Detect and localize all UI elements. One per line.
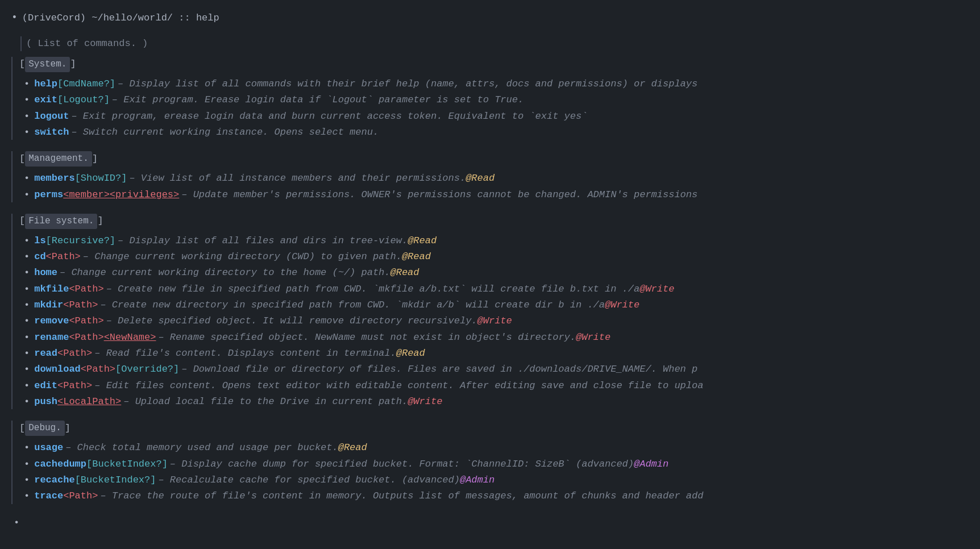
cmd-desc-mkdir: – Create new directory in specified path…: [100, 298, 605, 313]
param-square: [Logout?]: [57, 93, 110, 107]
prompt-close-paren: ): [80, 13, 86, 23]
bracket-open: [: [19, 57, 25, 72]
cmd-desc-push: – Upload local file to the Drive in curr…: [123, 394, 408, 409]
param-angle: <Path>: [57, 379, 92, 393]
cmd-desc-logout: – Exit program, erease login data and bu…: [71, 109, 587, 124]
cmd-desc-edit: – Edit files content. Opens text editor …: [94, 379, 703, 393]
cmd-item-remove: •remove <Path> – Delete specified object…: [24, 314, 969, 328]
section-header-filesystem: [ File system. ]: [19, 214, 103, 229]
section-label-system: System.: [25, 57, 70, 72]
sections-container: [ System. ]•help [CmdName?] – Display li…: [11, 57, 969, 504]
cmd-name-rename: rename: [34, 330, 69, 345]
param-square: [Recursive?]: [46, 234, 115, 248]
cmd-desc-remove: – Delete specified object. It will remov…: [106, 314, 477, 328]
cmd-list-debug: •usage – Check total memory used and usa…: [19, 440, 969, 504]
li-bullet: •: [24, 188, 30, 202]
bracket-close: ]: [97, 214, 103, 228]
cmd-list-filesystem: •ls [Recursive?] – Display list of all f…: [19, 234, 969, 410]
section-debug: [ Debug. ]•usage – Check total memory us…: [11, 421, 969, 504]
perm-badge: @Admin: [634, 457, 668, 472]
cmd-list-system: •help [CmdName?] – Display list of all c…: [19, 77, 969, 140]
cmd-item-exit: •exit [Logout?] – Exit program. Erease l…: [24, 93, 969, 107]
section-header-system: [ System. ]: [19, 57, 76, 72]
footer-bullet: •: [14, 515, 969, 530]
bracket-close: ]: [65, 421, 70, 436]
li-bullet: •: [24, 298, 30, 313]
cmd-desc-mkfile: – Create new file in specified path from…: [106, 282, 640, 297]
cmd-desc-members: – View list of all instance members and …: [129, 171, 466, 186]
cmd-name-home: home: [34, 265, 57, 280]
cmd-name-recache: recache: [34, 473, 74, 488]
section-label-management: Management.: [25, 151, 92, 167]
cmd-name-usage: usage: [34, 440, 63, 455]
li-bullet: •: [24, 489, 30, 504]
param-angle: <Path>: [46, 249, 81, 264]
cmd-item-cachedump: •cachedump [BucketIndex?] – Display cach…: [24, 457, 969, 472]
bracket-open: [: [19, 214, 25, 228]
bracket-close: ]: [70, 57, 76, 72]
cmd-name-help: help: [34, 77, 57, 92]
perm-badge: @Read: [391, 265, 420, 280]
cmd-item-logout: •logout – Exit program, erease login dat…: [24, 109, 969, 124]
perm-badge: @Admin: [460, 473, 495, 488]
bracket-open: [: [19, 152, 25, 167]
cmd-name-trace: trace: [34, 489, 63, 504]
cmd-item-members: •members [ShowID?] – View list of all in…: [24, 171, 969, 186]
li-bullet: •: [24, 394, 30, 409]
perm-badge: @Write: [576, 330, 611, 345]
section-system: [ System. ]•help [CmdName?] – Display li…: [11, 57, 969, 140]
param-square: [BucketIndex?]: [75, 473, 156, 488]
cmd-desc-trace: – Trace the route of file's content in m…: [100, 489, 703, 504]
cmd-item-help: •help [CmdName?] – Display list of all c…: [24, 77, 969, 92]
param-angle: <Path>: [57, 346, 92, 361]
prompt-app-name: DriveCord: [28, 13, 80, 23]
param-square: [CmdName?]: [57, 77, 115, 92]
section-header-management: [ Management. ]: [19, 151, 98, 167]
cmd-name-edit: edit: [34, 379, 57, 393]
prompt-open-paren: (: [22, 13, 28, 23]
cmd-item-perms: •perms <member> <privileges> – Update me…: [24, 188, 969, 202]
cmd-desc-usage: – Check total memory used and usage per …: [65, 440, 338, 455]
cmd-name-members: members: [34, 171, 74, 186]
li-bullet: •: [24, 265, 30, 280]
cmd-item-cd: •cd <Path> – Change current working dire…: [24, 249, 969, 264]
cmd-name-logout: logout: [34, 109, 69, 124]
li-bullet: •: [24, 249, 30, 264]
cmd-item-edit: •edit <Path> – Edit files content. Opens…: [24, 379, 969, 393]
cmd-desc-recache: – Recalculate cache for specified bucket…: [158, 473, 460, 488]
li-bullet: •: [24, 440, 30, 455]
cmd-desc-cachedump: – Display cache dump for specified bucke…: [170, 457, 634, 472]
cmd-item-rename: •rename <Path> <NewName> – Rename specif…: [24, 330, 969, 345]
section-header-debug: [ Debug. ]: [19, 421, 70, 436]
bracket-close: ]: [92, 152, 98, 167]
terminal-container: • (DriveCord) ~/hello/world/ :: help ( L…: [11, 10, 969, 530]
li-bullet: •: [24, 346, 30, 361]
cmd-name-perms: perms: [34, 188, 63, 202]
cmd-name-mkdir: mkdir: [34, 298, 63, 313]
param-square: [Override?]: [115, 362, 179, 377]
li-bullet: •: [24, 314, 30, 328]
cmd-name-read: read: [34, 346, 57, 361]
param-angle: <Path>: [69, 282, 103, 297]
prompt-bullet: •: [11, 10, 18, 26]
cmd-name-switch: switch: [34, 125, 69, 140]
param-angle: <member>: [63, 188, 110, 202]
cmd-desc-perms: – Update member's permissions. OWNER's p…: [181, 188, 697, 202]
param-angle: <LocalPath>: [57, 394, 121, 409]
cmd-item-read: •read <Path> – Read file's content. Disp…: [24, 346, 969, 361]
param-angle: <NewName>: [104, 330, 156, 345]
cmd-desc-rename: – Rename specified object. NewName must …: [158, 330, 576, 345]
cmd-item-push: •push <LocalPath> – Upload local file to…: [24, 394, 969, 409]
perm-badge: @Write: [640, 282, 674, 297]
section-label-debug: Debug.: [25, 421, 65, 436]
section-filesystem: [ File system. ]•ls [Recursive?] – Displ…: [11, 214, 969, 410]
cmd-desc-cd: – Change current working directory (CWD)…: [83, 249, 402, 264]
li-bullet: •: [24, 234, 30, 248]
param-angle: <Path>: [69, 314, 103, 328]
list-header: ( List of commands. ): [20, 36, 969, 51]
perm-badge: @Read: [396, 346, 425, 361]
param-angle: <Path>: [81, 362, 115, 377]
cmd-item-usage: •usage – Check total memory used and usa…: [24, 440, 969, 455]
cmd-item-switch: •switch – Switch current working instanc…: [24, 125, 969, 140]
cmd-name-ls: ls: [34, 234, 45, 248]
